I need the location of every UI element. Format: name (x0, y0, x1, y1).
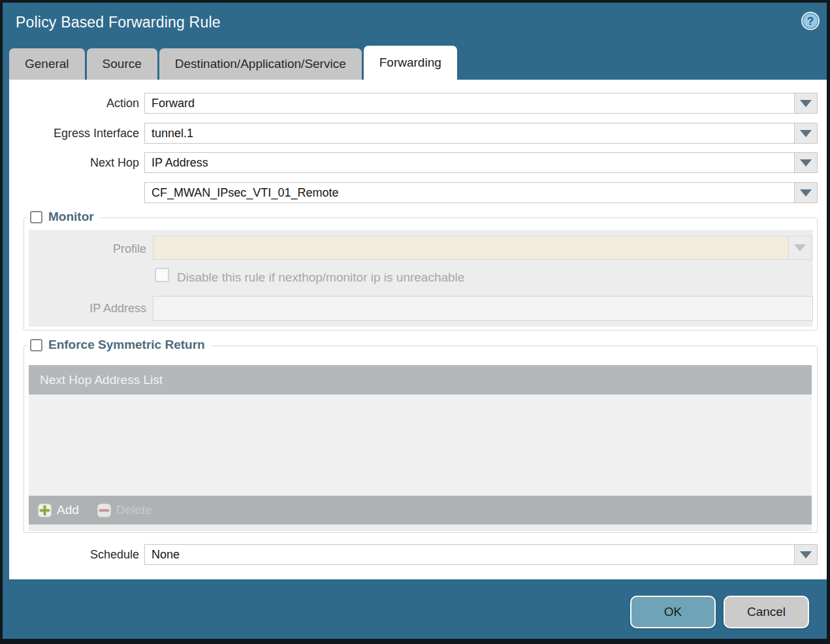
next-hop-type-select[interactable]: IP Address (144, 152, 795, 173)
egress-interface-label: Egress Interface (9, 127, 139, 140)
monitor-legend-label: Monitor (48, 210, 94, 224)
action-label: Action (9, 97, 139, 110)
next-hop-type-dropdown-button[interactable] (794, 152, 818, 173)
cancel-button[interactable]: Cancel (724, 596, 809, 628)
next-hop-address-dropdown-button[interactable] (794, 182, 818, 203)
action-dropdown-button[interactable] (794, 93, 818, 114)
egress-interface-select[interactable]: tunnel.1 (144, 123, 795, 144)
delete-button: Delete (97, 503, 152, 517)
minus-icon (97, 504, 111, 517)
chevron-down-icon (794, 244, 806, 251)
next-hop-address-list-body[interactable] (29, 394, 812, 496)
pbf-rule-dialog: Policy Based Forwarding Rule ? General S… (3, 3, 827, 639)
next-hop-label: Next Hop (9, 156, 139, 170)
ok-button[interactable]: OK (630, 596, 716, 628)
table-toolbar: Add Delete (29, 496, 812, 524)
svg-text:?: ? (807, 15, 814, 27)
table-bottom-strip (29, 524, 812, 531)
action-select[interactable]: Forward (144, 93, 795, 114)
monitor-checkbox[interactable] (30, 211, 42, 223)
forwarding-tab-panel: Action Forward Egress Interface tunnel.1… (9, 80, 827, 579)
disable-rule-checkbox (155, 268, 169, 282)
tab-destination-application-service[interactable]: Destination/Application/Service (159, 48, 362, 80)
add-button-label: Add (57, 503, 79, 517)
symmetric-return-legend: Enforce Symmetric Return (27, 338, 212, 352)
monitor-legend: Monitor (27, 210, 101, 224)
question-mark-icon: ? (801, 11, 820, 31)
symmetric-return-legend-label: Enforce Symmetric Return (48, 338, 205, 352)
monitor-ip-address-field (153, 296, 813, 321)
disable-rule-label: Disable this rule if nexthop/monitor ip … (177, 270, 464, 285)
tab-bar: General Source Destination/Application/S… (9, 46, 457, 80)
egress-interface-value: tunnel.1 (152, 127, 193, 140)
plus-icon (38, 504, 52, 517)
schedule-label: Schedule (9, 548, 139, 562)
monitor-ip-address-label: IP Address (9, 302, 146, 315)
profile-select (153, 236, 789, 260)
chevron-down-icon (800, 100, 812, 107)
egress-interface-dropdown-button[interactable] (794, 123, 818, 144)
chevron-down-icon (800, 189, 812, 197)
chevron-down-icon (800, 551, 812, 558)
tab-general[interactable]: General (9, 48, 85, 80)
schedule-select[interactable]: None (144, 544, 795, 565)
tab-forwarding[interactable]: Forwarding (364, 46, 457, 80)
next-hop-address-select[interactable]: CF_MWAN_IPsec_VTI_01_Remote (144, 182, 795, 203)
next-hop-address-list-header: Next Hop Address List (29, 365, 812, 394)
next-hop-address-table: Next Hop Address List Add Delete (29, 365, 812, 531)
profile-dropdown-button (788, 236, 812, 260)
profile-label: Profile (9, 242, 146, 256)
enforce-symmetric-return-checkbox[interactable] (30, 339, 42, 351)
dialog-title: Policy Based Forwarding Rule (16, 14, 221, 31)
add-button[interactable]: Add (38, 503, 79, 517)
schedule-dropdown-button[interactable] (794, 544, 818, 565)
action-value: Forward (152, 97, 195, 110)
tab-source[interactable]: Source (87, 48, 157, 80)
chevron-down-icon (800, 130, 812, 137)
next-hop-address-value: CF_MWAN_IPsec_VTI_01_Remote (152, 186, 338, 200)
delete-button-label: Delete (116, 503, 152, 517)
schedule-value: None (152, 548, 180, 562)
help-icon[interactable]: ? (801, 11, 820, 31)
next-hop-type-value: IP Address (152, 156, 208, 170)
chevron-down-icon (800, 159, 812, 167)
